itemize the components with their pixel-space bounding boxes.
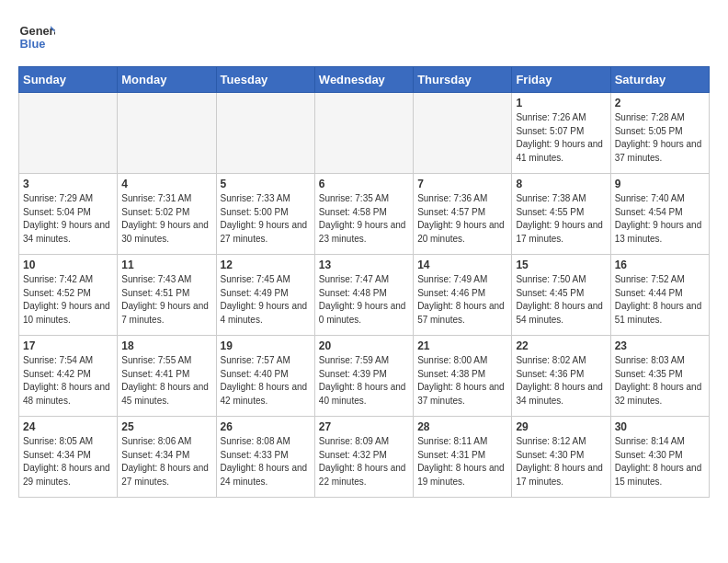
week-row-3: 10 Sunrise: 7:42 AMSunset: 4:52 PMDaylig…	[19, 255, 710, 336]
day-number: 5	[221, 178, 311, 190]
weekday-header-friday: Friday	[512, 67, 610, 93]
day-number: 17	[23, 339, 113, 352]
day-cell: 25 Sunrise: 8:06 AMSunset: 4:34 PMDaylig…	[118, 417, 216, 498]
day-info: Sunrise: 7:49 AMSunset: 4:46 PMDaylight:…	[417, 273, 507, 327]
day-cell	[314, 93, 413, 174]
day-number: 8	[516, 178, 606, 190]
day-info: Sunrise: 8:02 AMSunset: 4:36 PMDaylight:…	[516, 354, 606, 408]
day-info: Sunrise: 7:29 AMSunset: 5:04 PMDaylight:…	[23, 192, 113, 246]
day-cell: 9 Sunrise: 7:40 AMSunset: 4:54 PMDayligh…	[610, 174, 709, 255]
day-cell	[216, 93, 314, 174]
page: General Blue SundayMondayTuesdayWednesda…	[0, 0, 728, 563]
day-cell: 23 Sunrise: 8:03 AMSunset: 4:35 PMDaylig…	[610, 336, 709, 417]
calendar-table: SundayMondayTuesdayWednesdayThursdayFrid…	[18, 66, 710, 498]
day-cell: 19 Sunrise: 7:57 AMSunset: 4:40 PMDaylig…	[216, 336, 314, 417]
header: General Blue	[18, 18, 710, 55]
day-number: 3	[23, 178, 113, 190]
day-cell: 18 Sunrise: 7:55 AMSunset: 4:41 PMDaylig…	[118, 336, 216, 417]
day-info: Sunrise: 7:57 AMSunset: 4:40 PMDaylight:…	[221, 354, 311, 408]
day-cell: 12 Sunrise: 7:45 AMSunset: 4:49 PMDaylig…	[216, 255, 314, 336]
day-info: Sunrise: 7:36 AMSunset: 4:57 PMDaylight:…	[417, 192, 507, 246]
day-info: Sunrise: 7:47 AMSunset: 4:48 PMDaylight:…	[319, 273, 409, 327]
day-number: 9	[615, 178, 705, 190]
day-info: Sunrise: 7:26 AMSunset: 5:07 PMDaylight:…	[516, 111, 606, 165]
day-number: 1	[516, 97, 606, 109]
day-cell: 10 Sunrise: 7:42 AMSunset: 4:52 PMDaylig…	[19, 255, 118, 336]
day-cell	[118, 93, 216, 174]
day-number: 26	[221, 420, 311, 433]
day-info: Sunrise: 7:50 AMSunset: 4:45 PMDaylight:…	[516, 273, 606, 327]
day-cell: 2 Sunrise: 7:28 AMSunset: 5:05 PMDayligh…	[610, 93, 709, 174]
week-row-2: 3 Sunrise: 7:29 AMSunset: 5:04 PMDayligh…	[19, 174, 710, 255]
weekday-header-thursday: Thursday	[414, 67, 512, 93]
day-info: Sunrise: 7:33 AMSunset: 5:00 PMDaylight:…	[221, 192, 311, 246]
day-cell: 7 Sunrise: 7:36 AMSunset: 4:57 PMDayligh…	[414, 174, 512, 255]
svg-text:Blue: Blue	[20, 37, 46, 51]
day-cell: 22 Sunrise: 8:02 AMSunset: 4:36 PMDaylig…	[512, 336, 610, 417]
weekday-header-sunday: Sunday	[19, 67, 118, 93]
day-cell: 20 Sunrise: 7:59 AMSunset: 4:39 PMDaylig…	[314, 336, 413, 417]
day-info: Sunrise: 7:31 AMSunset: 5:02 PMDaylight:…	[121, 192, 211, 246]
day-cell: 13 Sunrise: 7:47 AMSunset: 4:48 PMDaylig…	[314, 255, 413, 336]
day-info: Sunrise: 8:12 AMSunset: 4:30 PMDaylight:…	[516, 435, 606, 488]
day-number: 6	[319, 178, 409, 190]
day-cell: 29 Sunrise: 8:12 AMSunset: 4:30 PMDaylig…	[512, 417, 610, 498]
day-info: Sunrise: 7:59 AMSunset: 4:39 PMDaylight:…	[319, 354, 409, 408]
day-number: 24	[23, 420, 113, 433]
day-cell: 4 Sunrise: 7:31 AMSunset: 5:02 PMDayligh…	[118, 174, 216, 255]
day-number: 23	[615, 339, 705, 352]
day-cell: 8 Sunrise: 7:38 AMSunset: 4:55 PMDayligh…	[512, 174, 610, 255]
day-number: 4	[121, 178, 211, 190]
day-number: 13	[319, 259, 409, 271]
day-info: Sunrise: 7:52 AMSunset: 4:44 PMDaylight:…	[615, 273, 705, 327]
day-info: Sunrise: 7:43 AMSunset: 4:51 PMDaylight:…	[121, 273, 211, 327]
day-cell: 26 Sunrise: 8:08 AMSunset: 4:33 PMDaylig…	[216, 417, 314, 498]
day-cell: 11 Sunrise: 7:43 AMSunset: 4:51 PMDaylig…	[118, 255, 216, 336]
weekday-header-row: SundayMondayTuesdayWednesdayThursdayFrid…	[19, 67, 710, 93]
day-info: Sunrise: 8:03 AMSunset: 4:35 PMDaylight:…	[615, 354, 705, 408]
weekday-header-wednesday: Wednesday	[314, 67, 413, 93]
day-number: 15	[516, 259, 606, 271]
logo: General Blue	[18, 18, 61, 55]
day-number: 11	[121, 259, 211, 271]
svg-text:General: General	[20, 24, 55, 38]
weekday-header-monday: Monday	[118, 67, 216, 93]
day-cell: 6 Sunrise: 7:35 AMSunset: 4:58 PMDayligh…	[314, 174, 413, 255]
day-cell: 27 Sunrise: 8:09 AMSunset: 4:32 PMDaylig…	[314, 417, 413, 498]
day-number: 25	[121, 420, 211, 433]
day-info: Sunrise: 7:45 AMSunset: 4:49 PMDaylight:…	[221, 273, 311, 327]
day-info: Sunrise: 8:14 AMSunset: 4:30 PMDaylight:…	[615, 435, 705, 488]
week-row-5: 24 Sunrise: 8:05 AMSunset: 4:34 PMDaylig…	[19, 417, 710, 498]
day-number: 29	[516, 420, 606, 433]
day-number: 18	[121, 339, 211, 352]
day-info: Sunrise: 8:11 AMSunset: 4:31 PMDaylight:…	[417, 435, 507, 488]
day-info: Sunrise: 7:54 AMSunset: 4:42 PMDaylight:…	[23, 354, 113, 408]
weekday-header-saturday: Saturday	[610, 67, 709, 93]
day-info: Sunrise: 7:42 AMSunset: 4:52 PMDaylight:…	[23, 273, 113, 327]
day-number: 30	[615, 420, 705, 433]
day-info: Sunrise: 8:08 AMSunset: 4:33 PMDaylight:…	[221, 435, 311, 488]
day-info: Sunrise: 8:00 AMSunset: 4:38 PMDaylight:…	[417, 354, 507, 408]
day-number: 14	[417, 259, 507, 271]
day-info: Sunrise: 8:09 AMSunset: 4:32 PMDaylight:…	[319, 435, 409, 488]
day-number: 12	[221, 259, 311, 271]
day-number: 20	[319, 339, 409, 352]
day-cell: 16 Sunrise: 7:52 AMSunset: 4:44 PMDaylig…	[610, 255, 709, 336]
day-info: Sunrise: 7:40 AMSunset: 4:54 PMDaylight:…	[615, 192, 705, 246]
day-number: 21	[417, 339, 507, 352]
day-number: 27	[319, 420, 409, 433]
day-cell	[19, 93, 118, 174]
day-cell: 5 Sunrise: 7:33 AMSunset: 5:00 PMDayligh…	[216, 174, 314, 255]
day-info: Sunrise: 8:05 AMSunset: 4:34 PMDaylight:…	[23, 435, 113, 488]
day-cell: 14 Sunrise: 7:49 AMSunset: 4:46 PMDaylig…	[414, 255, 512, 336]
day-number: 7	[417, 178, 507, 190]
day-info: Sunrise: 7:28 AMSunset: 5:05 PMDaylight:…	[615, 111, 705, 165]
day-number: 16	[615, 259, 705, 271]
week-row-1: 1 Sunrise: 7:26 AMSunset: 5:07 PMDayligh…	[19, 93, 710, 174]
day-cell: 3 Sunrise: 7:29 AMSunset: 5:04 PMDayligh…	[19, 174, 118, 255]
day-number: 2	[615, 97, 705, 109]
day-cell: 17 Sunrise: 7:54 AMSunset: 4:42 PMDaylig…	[19, 336, 118, 417]
day-info: Sunrise: 7:55 AMSunset: 4:41 PMDaylight:…	[121, 354, 211, 408]
day-cell: 30 Sunrise: 8:14 AMSunset: 4:30 PMDaylig…	[610, 417, 709, 498]
day-cell	[414, 93, 512, 174]
